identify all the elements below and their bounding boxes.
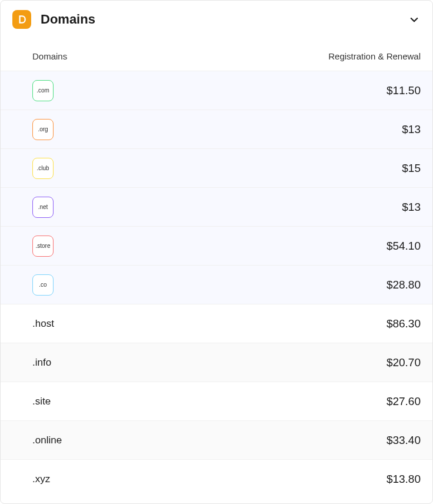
- tld-badge: .org: [32, 119, 54, 140]
- tld-label: .info: [32, 357, 51, 369]
- domain-cell: .xyz: [32, 473, 387, 485]
- domain-cell: .site: [32, 396, 387, 407]
- chevron-down-icon[interactable]: [408, 13, 421, 26]
- tld-label: .xyz: [32, 473, 50, 485]
- table-row[interactable]: .xyz$13.80: [1, 459, 432, 498]
- table-header: Domains Registration & Renewal: [1, 34, 432, 71]
- table-body: .com$11.50.org$13.club$15.net$13.store$5…: [1, 71, 432, 503]
- tld-label: .host: [32, 318, 54, 330]
- card-header: Domains: [1, 1, 432, 34]
- table-row[interactable]: .store$54.10: [1, 226, 432, 265]
- domain-cell: .co: [32, 274, 387, 296]
- domains-card: Domains Domains Registration & Renewal .…: [0, 0, 433, 504]
- price-cell: $13: [402, 201, 421, 214]
- price-cell: $86.30: [387, 317, 421, 330]
- table-row[interactable]: .club$15: [1, 148, 432, 187]
- column-header-price: Registration & Renewal: [328, 51, 421, 61]
- domain-cell: .host: [32, 318, 387, 330]
- table-row[interactable]: .info$20.70: [1, 343, 432, 382]
- domain-cell: .net: [32, 197, 402, 218]
- price-cell: $20.70: [387, 356, 421, 369]
- price-cell: $28.80: [387, 278, 421, 291]
- tld-badge: .store: [32, 236, 54, 257]
- column-header-domain: Domains: [32, 51, 328, 61]
- tld-badge: .co: [32, 274, 54, 296]
- table-row[interactable]: .host$86.30: [1, 304, 432, 343]
- domain-cell: .info: [32, 357, 387, 369]
- price-cell: $13: [402, 123, 421, 136]
- card-title: Domains: [41, 12, 408, 27]
- tld-badge: .com: [32, 80, 54, 101]
- price-cell: $11.50: [387, 84, 421, 97]
- price-cell: $33.40: [387, 434, 421, 447]
- domain-cell: .club: [32, 158, 402, 179]
- table-row[interactable]: .co$28.80: [1, 265, 432, 304]
- domain-cell: .store: [32, 236, 387, 257]
- domains-app-icon: [12, 10, 31, 29]
- tld-label: .site: [32, 396, 51, 407]
- tld-label: .online: [32, 435, 62, 446]
- domain-cell: .online: [32, 435, 387, 446]
- table-row[interactable]: .site$27.60: [1, 382, 432, 420]
- price-cell: $15: [402, 162, 421, 175]
- price-cell: $54.10: [387, 240, 421, 253]
- table-row[interactable]: .com$11.50: [1, 71, 432, 110]
- tld-badge: .club: [32, 158, 54, 179]
- table-row[interactable]: .org$13: [1, 110, 432, 148]
- domain-cell: .com: [32, 80, 387, 101]
- domain-cell: .org: [32, 119, 402, 140]
- table-row[interactable]: .online$33.40: [1, 420, 432, 459]
- table-row[interactable]: .net$13: [1, 187, 432, 226]
- price-cell: $27.60: [387, 395, 421, 408]
- tld-badge: .net: [32, 197, 54, 218]
- price-cell: $13.80: [387, 473, 421, 486]
